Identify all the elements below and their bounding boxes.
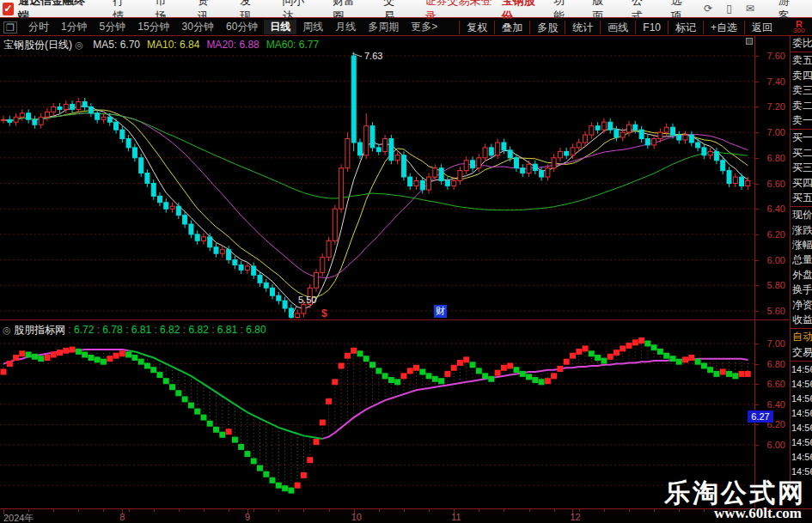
quote-row-委比: 委比	[791, 36, 812, 51]
quote-row-涨跌: 涨跌	[791, 223, 812, 238]
tool-button-画线[interactable]: 画线	[600, 21, 635, 34]
tool-button-F10[interactable]: F10	[635, 21, 668, 34]
quote-sidebar[interactable]: 委比卖五卖四卖三卖二卖一买一买二买三买四买五现价涨跌涨幅总量外盘换手净资收益自动…	[790, 36, 812, 483]
indicator-header: ◎ 股朋指标网 : 6.72 : 6.78 : 6.81 : 6.82 : 6.…	[3, 323, 266, 338]
quote-row-买五: 买五	[791, 191, 812, 205]
collapse-icon[interactable]: ◎	[75, 40, 83, 50]
ma-label-1: MA10: 6.84	[147, 39, 199, 51]
tick-time-4: 14:56	[791, 421, 812, 435]
quote-row-涨幅: 涨幅	[791, 238, 812, 252]
period-tab-1分钟[interactable]: 1分钟	[55, 20, 94, 34]
main-axis-label: 6.80	[754, 153, 785, 163]
quote-row-卖二: 卖二	[791, 99, 812, 113]
period-tab-周线[interactable]: 周线	[296, 20, 329, 34]
tick-time-0: 14:56	[791, 362, 812, 377]
tick-time-3: 14:56	[791, 406, 812, 421]
tool-button-多股[interactable]: 多股	[529, 21, 565, 34]
quote-row-收益: 收益	[791, 313, 812, 327]
period-tab-15分钟[interactable]: 15分钟	[131, 20, 175, 34]
main-axis-label: 7.00	[754, 127, 785, 137]
quote-row-买二: 买二	[791, 146, 812, 161]
refresh-icon[interactable]: ⟳	[704, 3, 712, 15]
x-axis-label-11: 11	[451, 512, 461, 522]
ma-label-3: MA60: 6.77	[266, 39, 319, 51]
main-axis-label: 6.40	[754, 204, 785, 214]
ma-label-0: MA5: 6.70	[93, 39, 140, 51]
tool-button-+自选[interactable]: +自选	[703, 21, 744, 34]
dividend-marker-icon[interactable]: $	[321, 307, 327, 319]
x-axis-label-9: 9	[245, 512, 250, 522]
tick-time-5: 14:56	[791, 435, 812, 450]
tool-buttons: 复权叠加多股统计画线F10标记+自选返回 R300	[459, 19, 812, 36]
main-axis-label: 5.60	[754, 306, 785, 316]
indicator-collapse-icon[interactable]: ◎	[3, 325, 11, 335]
period-tab-更多>[interactable]: 更多>	[405, 20, 443, 34]
x-axis-label-10: 10	[351, 512, 362, 522]
indicator-axis-label: 6.00	[754, 440, 785, 450]
tool-button-返回[interactable]: 返回	[744, 21, 779, 34]
quote-row-外盘: 外盘	[791, 268, 812, 283]
current-price-marker: 6.27	[748, 410, 773, 423]
indicator-axis-label: 6.80	[754, 359, 785, 369]
quote-row-买三: 买三	[791, 161, 812, 175]
app-logo-icon: ✓	[3, 3, 14, 15]
main-axis-label: 7.60	[754, 51, 785, 61]
tool-button-标记[interactable]: 标记	[668, 21, 703, 34]
tick-time-6: 14:56	[791, 450, 812, 465]
news-marker-badge[interactable]: 财	[434, 305, 447, 318]
indicator-chart[interactable]	[0, 335, 754, 507]
period-tab-月线[interactable]: 月线	[329, 20, 362, 34]
ma-label-2: MA20: 6.88	[206, 39, 259, 51]
main-chart-header: 宝钢股份(日线) ◎ MA5: 6.70MA10: 6.84MA20: 6.88…	[3, 38, 319, 52]
quote-row-卖一: 卖一	[791, 113, 812, 128]
panel-divider[interactable]	[0, 319, 789, 320]
quote-row-卖四: 卖四	[791, 69, 812, 83]
tab-auto[interactable]: 自动	[791, 330, 812, 344]
period-tabs: 分时1分钟5分钟15分钟30分钟60分钟日线周线月线多周期更多>	[22, 20, 443, 34]
period-toolbar: ❐ 分时1分钟5分钟15分钟30分钟60分钟日线周线月线多周期更多> 复权叠加多…	[0, 19, 812, 36]
indicator-axis-label: 7.00	[754, 338, 785, 349]
chart-corner-icon[interactable]	[746, 38, 753, 45]
quote-row-卖五: 卖五	[791, 53, 812, 68]
x-axis-label-8: 8	[119, 512, 125, 522]
tab-trade[interactable]: 交易	[791, 345, 812, 360]
period-tab-60分钟[interactable]: 60分钟	[220, 20, 264, 34]
tool-button-group: 复权叠加多股统计画线F10标记+自选返回	[459, 21, 779, 34]
mail-icon[interactable]: ✉	[746, 3, 754, 15]
main-axis-label: 6.60	[754, 179, 785, 189]
x-axis-label-12: 12	[570, 512, 580, 522]
main-axis-label: 6.20	[754, 229, 785, 240]
mobile-icon[interactable]: ▯	[726, 3, 732, 15]
svg-text:7.63: 7.63	[364, 51, 382, 61]
refresh-rate-badge[interactable]: R300	[788, 21, 810, 34]
layout-icon[interactable]: ❐	[3, 21, 17, 33]
watermark-site-url: www.60lt.com	[714, 505, 802, 522]
period-tab-分时[interactable]: 分时	[22, 20, 55, 34]
indicator-axis-label: 6.60	[754, 379, 785, 389]
x-axis-label-2024年: 2024年	[3, 512, 34, 523]
main-axis-label: 5.80	[754, 280, 785, 290]
main-axis-label: 7.40	[754, 76, 785, 87]
period-tab-5分钟[interactable]: 5分钟	[94, 20, 132, 34]
quote-row-净资: 净资	[791, 298, 812, 313]
main-chart[interactable]: 7.635.50	[0, 36, 754, 319]
quote-row-总量: 总量	[791, 252, 812, 267]
main-axis-label: 6.00	[754, 255, 785, 265]
tool-button-叠加[interactable]: 叠加	[494, 21, 529, 34]
quote-row-卖三: 卖三	[791, 83, 812, 98]
tool-button-统计[interactable]: 统计	[565, 21, 600, 34]
period-tab-30分钟[interactable]: 30分钟	[176, 20, 220, 34]
tick-time-1: 14:56	[791, 377, 812, 392]
quote-row-换手: 换手	[791, 283, 812, 297]
tick-time-2: 14:56	[791, 392, 812, 406]
quote-row-现价: 现价	[791, 208, 812, 222]
period-tab-多周期[interactable]: 多周期	[362, 20, 405, 34]
tdx-terminal-window: ✓ 通达信金融终端 行情市场资讯发现问小达财富圈交易 证券交易未登录 宝钢股份 …	[0, 0, 812, 523]
tool-button-复权[interactable]: 复权	[459, 21, 494, 34]
period-tab-日线[interactable]: 日线	[264, 20, 296, 34]
indicator-values: : 6.72 : 6.78 : 6.81 : 6.82 : 6.82 : 6.8…	[68, 324, 266, 336]
chart-title: 宝钢股份(日线)	[3, 39, 72, 51]
indicator-axis-label: 6.40	[754, 399, 785, 410]
quote-row-买一: 买一	[791, 131, 812, 145]
main-axis-label: 7.20	[754, 101, 785, 112]
